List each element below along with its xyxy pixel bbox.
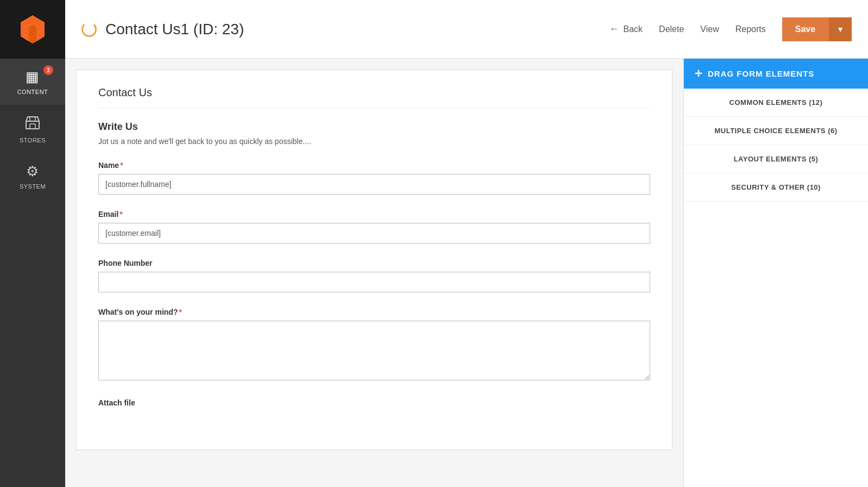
attach-label: Attach file (98, 398, 135, 407)
back-button[interactable]: ← Back (609, 23, 643, 35)
name-input[interactable] (98, 174, 650, 195)
mind-field-group: What's on your mind?* (98, 308, 650, 383)
content-area: Contact Us Write Us Jot us a note and we… (65, 59, 868, 487)
reports-button[interactable]: Reports (735, 24, 766, 34)
sidebar-item-system[interactable]: ⚙ SYSTEM (0, 153, 65, 199)
multiple-choice-elements-group[interactable]: MULTIPLE CHOICE ELEMENTS (6) (684, 117, 868, 145)
stores-icon (25, 115, 40, 134)
reports-label: Reports (735, 24, 766, 34)
mind-required-indicator: * (179, 308, 181, 316)
sidebar-item-stores[interactable]: STORES (0, 105, 65, 153)
phone-field-group: Phone Number (98, 259, 650, 292)
sidebar-item-stores-label: STORES (20, 137, 46, 143)
content-badge: 3 (43, 65, 53, 75)
name-required-indicator: * (120, 161, 123, 170)
right-panel: ✛ DRAG FORM ELEMENTS COMMON ELEMENTS (12… (683, 59, 868, 487)
mind-textarea[interactable] (98, 321, 650, 380)
sidebar: ▦ CONTENT 3 STORES ⚙ SYSTEM (0, 0, 65, 487)
save-button[interactable]: Save (782, 17, 828, 41)
email-input[interactable] (98, 223, 650, 244)
back-label: Back (624, 24, 643, 34)
security-other-elements-group[interactable]: SECURITY & OTHER (10) (684, 173, 868, 202)
phone-label: Phone Number (98, 259, 650, 267)
back-arrow-icon: ← (609, 23, 619, 35)
save-dropdown-arrow-icon: ▼ (836, 25, 844, 34)
system-icon: ⚙ (26, 163, 39, 180)
svg-rect-4 (26, 121, 39, 129)
loading-spinner (81, 22, 97, 37)
email-required-indicator: * (119, 210, 122, 218)
topbar-title-area: Contact Us1 (ID: 23) (81, 21, 609, 38)
sidebar-item-system-label: SYSTEM (20, 183, 46, 190)
sidebar-logo (0, 0, 65, 59)
content-icon: ▦ (26, 68, 40, 85)
main-area: Contact Us1 (ID: 23) ← Back Delete View … (65, 0, 868, 487)
save-dropdown-button[interactable]: ▼ (828, 17, 852, 41)
email-label: Email* (98, 210, 650, 218)
delete-label: Delete (659, 24, 684, 34)
view-label: View (700, 24, 719, 34)
common-elements-group[interactable]: COMMON ELEMENTS (12) (684, 89, 868, 117)
sidebar-item-content-label: CONTENT (17, 89, 48, 95)
section-title: Write Us (98, 121, 650, 133)
view-button[interactable]: View (700, 24, 719, 34)
sidebar-item-content[interactable]: ▦ CONTENT 3 (0, 59, 65, 105)
topbar-actions: ← Back Delete View Reports Save ▼ (609, 17, 852, 41)
magento-logo-icon (16, 13, 49, 46)
save-button-group: Save ▼ (782, 17, 852, 41)
delete-button[interactable]: Delete (659, 24, 684, 34)
name-field-group: Name* (98, 161, 650, 195)
form-card-title: Contact Us (98, 86, 650, 108)
drag-form-elements-button[interactable]: ✛ DRAG FORM ELEMENTS (684, 59, 868, 89)
form-card: Contact Us Write Us Jot us a note and we… (76, 70, 672, 450)
page-title: Contact Us1 (ID: 23) (105, 21, 244, 38)
name-label: Name* (98, 161, 650, 170)
drag-form-label: DRAG FORM ELEMENTS (708, 69, 814, 78)
layout-elements-group[interactable]: LAYOUT ELEMENTS (5) (684, 145, 868, 173)
attach-field-group: Attach file (98, 398, 650, 408)
svg-marker-3 (29, 25, 36, 43)
section-description: Jot us a note and we'll get back to you … (98, 137, 650, 146)
topbar: Contact Us1 (ID: 23) ← Back Delete View … (65, 0, 868, 59)
drag-icon: ✛ (695, 68, 702, 79)
phone-input[interactable] (98, 272, 650, 292)
email-field-group: Email* (98, 210, 650, 244)
svg-rect-5 (30, 124, 35, 129)
mind-label: What's on your mind?* (98, 308, 650, 316)
form-panel: Contact Us Write Us Jot us a note and we… (65, 59, 683, 487)
